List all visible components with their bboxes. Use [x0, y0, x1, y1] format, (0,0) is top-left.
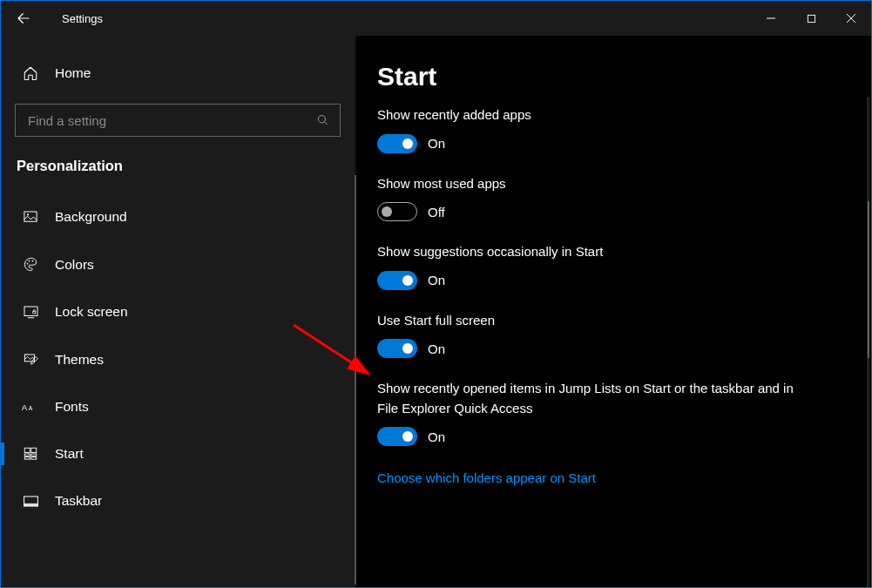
- svg-rect-19: [24, 503, 37, 505]
- choose-folders-link[interactable]: Choose which folders appear on Start: [377, 470, 596, 485]
- titlebar: Settings: [1, 1, 871, 36]
- svg-rect-14: [24, 454, 30, 456]
- toggle-state: On: [428, 273, 445, 287]
- nav-item-label: Fonts: [55, 399, 89, 415]
- nav-item-label: Colors: [55, 257, 94, 273]
- minimize-icon: [766, 13, 776, 24]
- page-title: Start: [377, 62, 836, 91]
- setting-suggestions: Show suggestions occasionally in Start O…: [377, 242, 836, 290]
- body: Home Personalization Background: [1, 36, 871, 587]
- main-panel: Start Show recently added apps On Show m…: [356, 36, 871, 587]
- sidebar-category: Personalization: [1, 149, 355, 193]
- close-button[interactable]: [831, 4, 871, 32]
- sidebar-item-colors[interactable]: Colors: [1, 240, 355, 288]
- svg-point-6: [31, 260, 33, 262]
- svg-rect-16: [24, 457, 30, 459]
- search-icon: [316, 113, 329, 127]
- lock-screen-icon: [22, 304, 39, 320]
- setting-label: Show recently added apps: [377, 105, 836, 125]
- window-title: Settings: [62, 12, 103, 25]
- nav-item-label: Themes: [55, 352, 104, 368]
- titlebar-left: Settings: [6, 1, 103, 36]
- main-scrollbar-thumb[interactable]: [868, 201, 869, 358]
- toggle-most-used[interactable]: [377, 202, 417, 221]
- svg-rect-12: [24, 448, 30, 452]
- sidebar-item-fonts[interactable]: AA Fonts: [1, 383, 355, 430]
- toggle-recently-added[interactable]: [377, 134, 417, 153]
- setting-jump-lists: Show recently opened items in Jump Lists…: [377, 379, 836, 446]
- close-icon: [846, 13, 856, 24]
- svg-point-3: [27, 213, 29, 215]
- nav-item-label: Start: [55, 446, 84, 462]
- toggle-suggestions[interactable]: [377, 271, 417, 290]
- arrow-left-icon: [16, 10, 31, 26]
- toggle-jump-lists[interactable]: [377, 427, 417, 446]
- setting-recently-added: Show recently added apps On: [377, 105, 836, 153]
- setting-label: Show recently opened items in Jump Lists…: [377, 379, 813, 418]
- maximize-button[interactable]: [791, 4, 831, 32]
- nav-item-label: Taskbar: [55, 493, 102, 509]
- setting-label: Use Start full screen: [377, 311, 836, 331]
- setting-label: Show most used apps: [377, 174, 836, 194]
- svg-text:A: A: [22, 403, 28, 412]
- sidebar-item-background[interactable]: Background: [1, 193, 355, 240]
- toggle-state: On: [428, 429, 445, 444]
- maximize-icon: [807, 14, 816, 24]
- search-box[interactable]: [15, 104, 341, 137]
- svg-rect-0: [808, 15, 815, 22]
- window-controls: [751, 4, 871, 32]
- svg-rect-13: [31, 448, 37, 452]
- svg-point-4: [26, 263, 28, 265]
- picture-icon: [22, 209, 39, 225]
- toggle-state: On: [428, 136, 445, 151]
- setting-label: Show suggestions occasionally in Start: [377, 242, 836, 262]
- svg-rect-8: [32, 311, 35, 314]
- taskbar-icon: [22, 495, 39, 508]
- fonts-icon: AA: [22, 400, 39, 415]
- setting-full-screen: Use Start full screen On: [377, 311, 836, 359]
- sidebar-item-taskbar[interactable]: Taskbar: [1, 477, 355, 524]
- toggle-state: On: [428, 341, 445, 356]
- svg-point-5: [28, 260, 30, 262]
- start-icon: [22, 446, 39, 462]
- svg-text:A: A: [29, 405, 33, 411]
- minimize-button[interactable]: [751, 4, 791, 32]
- setting-most-used: Show most used apps Off: [377, 174, 836, 222]
- nav-item-label: Background: [55, 209, 127, 225]
- search-input[interactable]: [28, 113, 316, 128]
- back-button[interactable]: [6, 1, 41, 36]
- svg-rect-15: [31, 454, 37, 456]
- toggle-full-screen[interactable]: [377, 339, 417, 358]
- sidebar-item-start[interactable]: Start: [1, 430, 355, 477]
- home-icon: [22, 65, 39, 81]
- svg-rect-2: [24, 212, 37, 221]
- sidebar-item-lock-screen[interactable]: Lock screen: [1, 288, 355, 335]
- sidebar-item-themes[interactable]: Themes: [1, 335, 355, 383]
- sidebar: Home Personalization Background: [1, 36, 356, 587]
- settings-window: Settings Home: [0, 0, 872, 588]
- svg-rect-17: [31, 457, 37, 459]
- sidebar-home-label: Home: [55, 65, 91, 81]
- nav-item-label: Lock screen: [55, 304, 128, 320]
- sidebar-home[interactable]: Home: [1, 44, 355, 102]
- svg-point-1: [318, 116, 325, 123]
- toggle-state: Off: [428, 205, 445, 220]
- themes-icon: [22, 351, 39, 368]
- palette-icon: [22, 256, 39, 273]
